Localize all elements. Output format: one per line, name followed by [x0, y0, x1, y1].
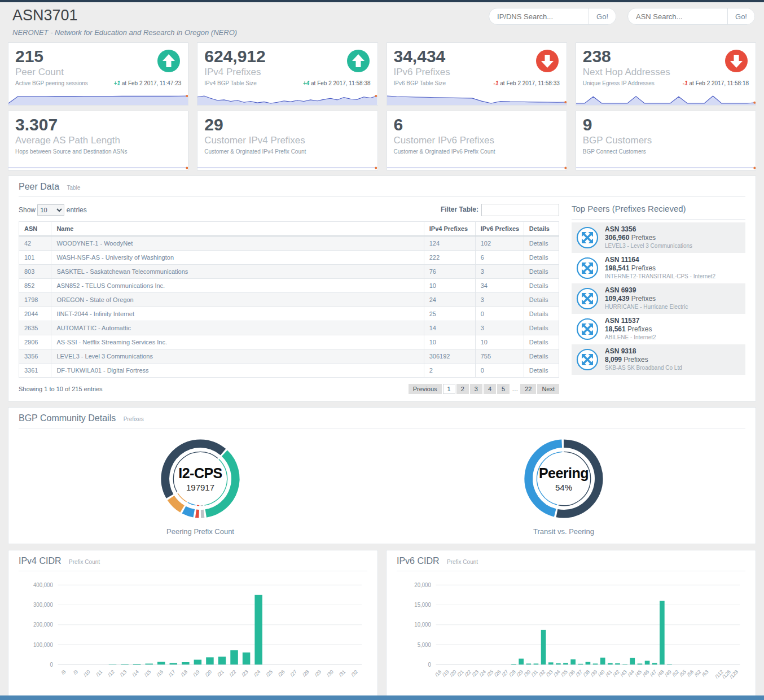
pagination-page-4[interactable]: 4: [484, 384, 496, 394]
svg-text:/8: /8: [60, 669, 67, 676]
tile-value: 238: [583, 47, 749, 66]
peer-asn: ASN 11164: [605, 256, 715, 264]
divider: [19, 196, 745, 197]
stat-tiles-row-2: 3.307Average AS Path LengthHops between …: [8, 111, 756, 170]
svg-text:100,000: 100,000: [33, 641, 53, 648]
details-link[interactable]: Details: [529, 367, 548, 374]
ipv4-cidr-title: IPv4 CIDR Prefix Count: [19, 556, 367, 566]
svg-text:/16: /16: [156, 669, 164, 678]
asn-search-input[interactable]: [628, 8, 727, 24]
peer-asn: ASN 6939: [605, 286, 688, 295]
tile-bottom: BGP Connect Customers: [583, 148, 749, 155]
details-link[interactable]: Details: [529, 254, 548, 261]
top-peer-text: ASN 6939109,439 PrefixesHURRICANE - Hurr…: [605, 286, 688, 311]
cell-details: Details: [524, 279, 559, 293]
peer-prefix-count: 18,561 Prefixes: [605, 325, 656, 334]
divider: [397, 571, 745, 571]
cell-ipv4-prefixes: 24: [424, 293, 475, 307]
ipv4-cidr-subtitle: Prefix Count: [69, 559, 100, 565]
asn-go-button[interactable]: Go!: [727, 8, 754, 24]
ip-dns-search-input[interactable]: [489, 8, 589, 24]
cell-ipv6-prefixes: 755: [475, 349, 524, 364]
details-link[interactable]: Details: [529, 268, 548, 275]
pagination-page-2[interactable]: 2: [456, 384, 469, 394]
cell-ipv4-prefixes: 222: [424, 251, 475, 265]
pagination-page-5[interactable]: 5: [497, 384, 510, 394]
details-link[interactable]: Details: [529, 240, 548, 247]
details-link[interactable]: Details: [529, 339, 548, 345]
details-link[interactable]: Details: [529, 353, 548, 360]
tile-label: Peer Count: [15, 67, 181, 78]
cell-asn: 2906: [19, 335, 51, 349]
pagination-previous[interactable]: Previous: [409, 384, 442, 394]
details-link[interactable]: Details: [529, 282, 548, 289]
search-area: Go! Go!: [489, 8, 755, 25]
pagination-next[interactable]: Next: [537, 384, 559, 394]
stat-tiles-row-1: 215Peer CountActive BGP peering sessions…: [8, 42, 756, 106]
peering-prefix-donut-chart: [159, 438, 242, 520]
details-link[interactable]: Details: [529, 296, 548, 303]
title-block: ASN3701 NERONET - Network for Education …: [12, 7, 237, 37]
pagination-page-3[interactable]: 3: [470, 384, 482, 394]
column-header-ipv4-prefixes[interactable]: IPv4 Prefixes: [424, 222, 475, 237]
svg-text:/11: /11: [95, 669, 103, 678]
peer-org: ABILENE - Internet2: [605, 334, 656, 342]
svg-text:/14: /14: [131, 669, 139, 678]
table-row: 2906AS-SSI - Netflix Streaming Services …: [19, 335, 559, 349]
details-link[interactable]: Details: [529, 325, 548, 331]
filter-label: Filter Table:: [441, 205, 478, 213]
peer-prefix-count: 306,960 Prefixes: [605, 234, 692, 242]
top-peers-list: ASN 3356306,960 PrefixesLEVEL3 - Level 3…: [572, 222, 745, 375]
column-header-asn[interactable]: ASN: [19, 222, 51, 237]
page-size-select[interactable]: 10: [37, 204, 64, 216]
svg-text:5,000: 5,000: [418, 641, 432, 648]
top-peer-item: ASN 11164198,541 PrefixesINTERNET2-TRANS…: [572, 253, 745, 283]
trend-up-icon: [346, 49, 370, 73]
transit-peering-donut-chart: [522, 438, 605, 520]
cell-ipv6-prefixes: 34: [475, 279, 524, 293]
svg-text:/23: /23: [240, 669, 249, 678]
bottom-accent-bar: [0, 695, 764, 700]
arrows-icon: [576, 287, 599, 310]
tile-label: Customer IPv6 Prefixes: [394, 135, 560, 146]
top-peer-item: ASN 6939109,439 PrefixesHURRICANE - Hurr…: [572, 283, 745, 314]
column-header-ipv6-prefixes[interactable]: IPv6 Prefixes: [475, 222, 524, 237]
column-header-name[interactable]: Name: [51, 222, 424, 237]
divider: [19, 571, 367, 571]
table-header-row: ASNNameIPv4 PrefixesIPv6 PrefixesDetails: [19, 222, 559, 237]
table-row: 101WASH-NSF-AS - University of Washingto…: [19, 251, 559, 265]
tile-label: Customer IPv4 Prefixes: [204, 135, 370, 146]
column-header-details[interactable]: Details: [524, 222, 559, 237]
tile-label: IPv4 Prefixes: [204, 67, 370, 78]
tile-change: -1 at Feb 2 2017, 11:58:18: [683, 80, 749, 86]
svg-text:/63: /63: [701, 669, 709, 678]
cell-ipv4-prefixes: 124: [424, 236, 475, 251]
next-hop-addresses-sparkline: [576, 94, 756, 105]
ipv6-cidr-subtitle: Prefix Count: [447, 559, 478, 565]
pagination-page-1[interactable]: 1: [443, 384, 455, 394]
cell-ipv4-prefixes: 306192: [424, 349, 475, 364]
tile-label: BGP Customers: [583, 135, 749, 146]
svg-text:/31: /31: [338, 669, 346, 678]
svg-text:/9: /9: [72, 669, 79, 676]
peer-count-sparkline: [8, 94, 188, 105]
svg-text:/18: /18: [180, 669, 188, 678]
ip-dns-go-button[interactable]: Go!: [589, 8, 616, 24]
pagination-ellipsis: …: [511, 386, 519, 392]
pagination-page-22[interactable]: 22: [520, 384, 536, 394]
svg-text:/19: /19: [192, 669, 200, 678]
ipv4-cidr-panel: IPv4 CIDR Prefix Count 0100,000200,00030…: [8, 550, 378, 700]
details-link[interactable]: Details: [529, 310, 548, 317]
svg-text:20,000: 20,000: [414, 582, 431, 588]
filter-table-input[interactable]: [481, 204, 559, 216]
table-row: 803SASKTEL - Saskatchewan Telecommunicat…: [19, 265, 559, 279]
cell-ipv4-prefixes: 14: [424, 321, 475, 335]
tile-change: +1 at Feb 2 2017, 11:47:23: [114, 80, 182, 86]
customer-ipv4-prefixes-sparkline: [197, 159, 377, 170]
cell-ipv6-prefixes: 3: [475, 321, 524, 335]
ipv6-cidr-title: IPv6 CIDR Prefix Count: [397, 556, 745, 566]
cell-name: AUTOMATTIC - Automattic: [51, 321, 424, 335]
show-entries-control: Show 10 entries: [19, 204, 87, 216]
trend-down-icon: [725, 49, 748, 73]
svg-text:300,000: 300,000: [33, 602, 53, 608]
